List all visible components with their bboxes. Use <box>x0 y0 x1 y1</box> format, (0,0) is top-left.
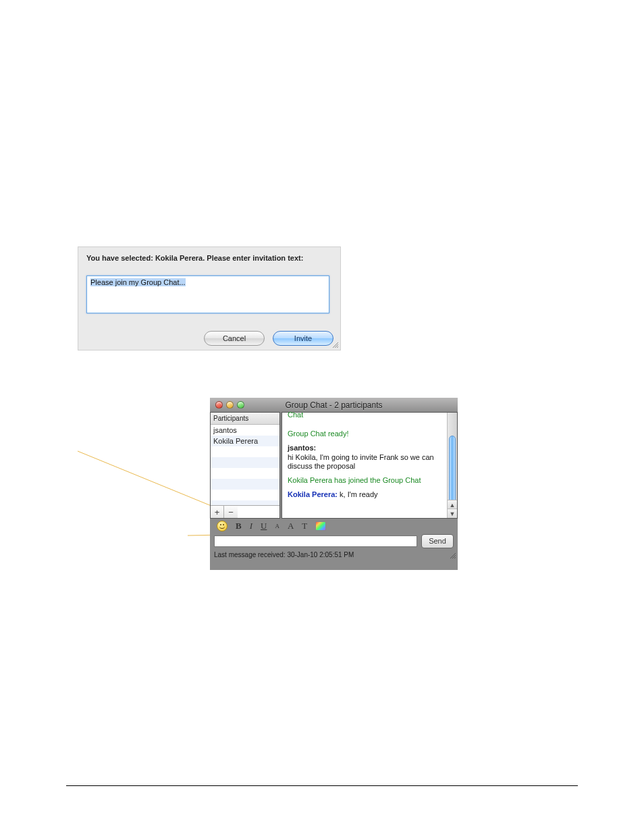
participant-controls: + − <box>211 505 279 518</box>
chat-header: Chat <box>288 411 303 419</box>
add-participant-button[interactable]: + <box>211 506 224 518</box>
participants-list: jsantos Kokila Perera <box>211 425 279 505</box>
page: You have selected: Kokila Perera. Please… <box>0 0 644 834</box>
chat-window: Group Chat - 2 participants Participants… <box>210 398 458 570</box>
invite-textarea[interactable]: Please join my Group Chat... <box>86 276 329 313</box>
format-toolbar: B I U A A T <box>210 519 458 533</box>
participant-row[interactable]: jsantos <box>211 425 279 436</box>
chat-message: jsantos: hi Kokila, I'm going to invite … <box>288 444 445 471</box>
message-body: hi Kokila, I'm going to invite Frank so … <box>288 453 434 471</box>
status-bar: Last message received: 30-Jan-10 2:05:51… <box>210 548 458 561</box>
italic-button[interactable]: I <box>250 521 252 531</box>
chat-message: Kokila Perera: k, I'm ready <box>288 490 445 500</box>
bold-button[interactable]: B <box>236 521 242 531</box>
compose-row: Send <box>210 533 458 548</box>
chat-transcript[interactable]: Group Chat ready! jsantos: hi Kokila, I'… <box>282 422 448 518</box>
chat-body: Participants jsantos Kokila Perera + − <box>210 412 458 519</box>
status-text: Last message received: 30-Jan-10 2:05:51… <box>214 551 354 558</box>
system-message: Kokila Perera has joined the Group Chat <box>288 476 445 486</box>
resize-grip-icon[interactable] <box>331 340 339 348</box>
svg-line-4 <box>337 346 338 348</box>
message-sender: jsantos: <box>288 444 316 452</box>
scrollbar-thumb[interactable] <box>449 436 456 504</box>
scroll-down-icon[interactable]: ▼ <box>448 509 457 518</box>
invite-dialog: You have selected: Kokila Perera. Please… <box>78 246 341 350</box>
participant-row <box>211 500 279 505</box>
page-rule <box>66 785 578 786</box>
zoom-icon[interactable] <box>237 401 244 409</box>
invite-button-row: Cancel Invite <box>204 331 333 346</box>
close-icon[interactable] <box>215 401 223 409</box>
scrollbar[interactable]: ▲ ▼ <box>447 413 457 518</box>
font-button[interactable]: T <box>302 521 307 531</box>
participant-row <box>211 468 279 479</box>
font-larger-button[interactable]: A <box>288 521 294 531</box>
color-picker-icon[interactable] <box>315 521 326 531</box>
titlebar[interactable]: Group Chat - 2 participants <box>210 398 458 412</box>
message-sender: Kokila Perera: <box>288 490 338 498</box>
emoji-icon[interactable] <box>217 521 227 531</box>
message-input[interactable] <box>214 536 417 547</box>
participant-row[interactable]: Kokila Perera <box>211 436 279 446</box>
svg-line-7 <box>454 557 456 558</box>
scroll-up-icon[interactable]: ▲ <box>448 500 457 509</box>
cancel-button[interactable]: Cancel <box>204 331 265 346</box>
system-message: Group Chat ready! <box>288 429 445 439</box>
svg-line-0 <box>78 451 219 509</box>
participant-row <box>211 490 279 500</box>
participants-pane: Participants jsantos Kokila Perera + − <box>210 412 280 519</box>
invite-prompt: You have selected: Kokila Perera. Please… <box>78 247 340 266</box>
font-smaller-button[interactable]: A <box>275 523 279 529</box>
underline-button[interactable]: U <box>261 521 267 531</box>
resize-grip-icon[interactable] <box>448 551 456 559</box>
minimize-icon[interactable] <box>226 401 234 409</box>
window-title: Group Chat - 2 participants <box>210 400 458 410</box>
send-button[interactable]: Send <box>421 534 454 548</box>
invite-button[interactable]: Invite <box>273 331 333 346</box>
participant-row <box>211 479 279 490</box>
message-body: k, I'm ready <box>340 490 378 498</box>
participant-row <box>211 446 279 457</box>
remove-participant-button[interactable]: − <box>224 506 238 518</box>
participant-row <box>211 457 279 468</box>
traffic-lights <box>210 401 244 409</box>
participants-header: Participants <box>211 413 279 425</box>
chat-pane: Chat Group Chat ready! jsantos: hi Kokil… <box>281 412 458 519</box>
